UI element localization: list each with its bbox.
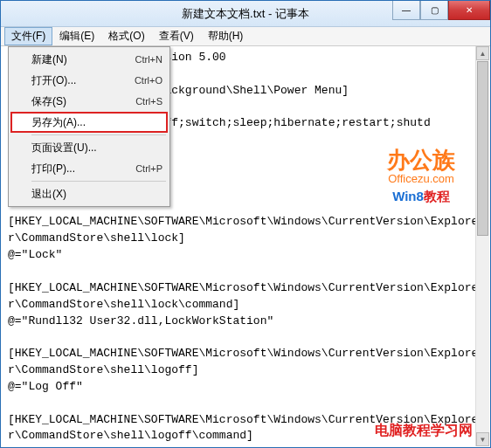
- scroll-down-button[interactable]: ▼: [476, 432, 489, 446]
- menu-edit[interactable]: 编辑(E): [52, 27, 101, 45]
- menu-item-label: 打印(P)...: [31, 162, 135, 176]
- menu-item-shortcut: Ctrl+O: [135, 75, 163, 86]
- watermark-win8-blue: Win8: [392, 189, 424, 203]
- vertical-scrollbar[interactable]: ▲ ▼: [475, 46, 489, 446]
- watermark-officezu: 办公族 Officezu.com Win8教程: [387, 145, 455, 205]
- menubar: 文件(F) 编辑(E) 格式(O) 查看(V) 帮助(H): [1, 27, 490, 46]
- watermark-win8: Win8教程: [387, 189, 455, 205]
- menu-separator: [31, 181, 166, 182]
- menu-item-shortcut: Ctrl+P: [135, 163, 163, 174]
- watermark-subtext: Officezu.com: [387, 172, 455, 185]
- menu-item-label: 页面设置(U)...: [31, 141, 163, 155]
- menu-item-open[interactable]: 打开(O)... Ctrl+O: [10, 70, 168, 91]
- menu-view[interactable]: 查看(V): [152, 27, 201, 45]
- menu-item-label: 新建(N): [31, 52, 135, 67]
- watermark-text: 办公族: [387, 145, 455, 176]
- menu-separator: [31, 134, 166, 135]
- menu-item-shortcut: Ctrl+N: [135, 54, 163, 65]
- watermark-footer: 电脑教程学习网: [375, 422, 473, 440]
- window-controls: — ▢ ✕: [392, 1, 490, 20]
- maximize-button[interactable]: ▢: [420, 1, 448, 20]
- menu-help[interactable]: 帮助(H): [201, 27, 251, 45]
- menu-item-new[interactable]: 新建(N) Ctrl+N: [10, 49, 168, 70]
- app-window: 新建文本文档.txt - 记事本 — ▢ ✕ 文件(F) 编辑(E) 格式(O)…: [0, 0, 491, 448]
- menu-item-label: 另存为(A)...: [31, 115, 163, 130]
- window-title: 新建文本文档.txt - 记事本: [182, 6, 309, 22]
- watermark-win8-red: 教程: [424, 189, 450, 203]
- menu-format[interactable]: 格式(O): [101, 27, 151, 45]
- titlebar[interactable]: 新建文本文档.txt - 记事本 — ▢ ✕: [1, 1, 490, 27]
- menu-item-saveas[interactable]: 另存为(A)...: [10, 112, 168, 133]
- menu-item-shortcut: Ctrl+S: [135, 96, 163, 107]
- menu-item-label: 打开(O)...: [31, 73, 135, 88]
- menu-item-save[interactable]: 保存(S) Ctrl+S: [10, 91, 168, 112]
- minimize-button[interactable]: —: [392, 1, 420, 20]
- menu-item-print[interactable]: 打印(P)... Ctrl+P: [10, 158, 168, 179]
- scroll-up-button[interactable]: ▲: [476, 46, 489, 60]
- scroll-thumb[interactable]: [477, 61, 488, 236]
- menu-item-label: 退出(X): [31, 187, 163, 202]
- close-button[interactable]: ✕: [448, 1, 490, 20]
- menu-item-label: 保存(S): [31, 94, 135, 109]
- menu-item-exit[interactable]: 退出(X): [10, 183, 168, 204]
- menu-file[interactable]: 文件(F): [4, 27, 52, 45]
- file-menu-dropdown: 新建(N) Ctrl+N 打开(O)... Ctrl+O 保存(S) Ctrl+…: [8, 46, 170, 207]
- menu-item-pagesetup[interactable]: 页面设置(U)...: [10, 137, 168, 158]
